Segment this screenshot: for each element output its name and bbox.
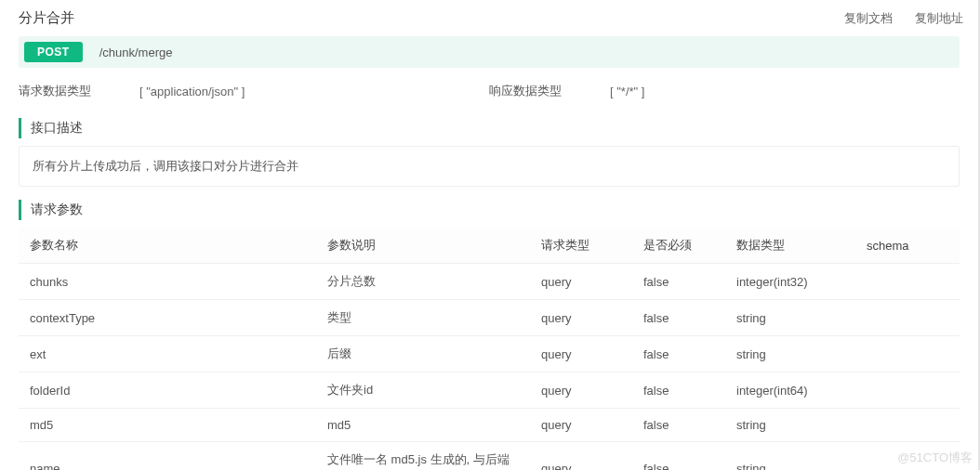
param-reqtype[interactable]: query xyxy=(530,300,632,336)
param-name: name xyxy=(19,442,316,471)
request-type-value: [ "application/json" ] xyxy=(139,85,245,98)
response-type-value: [ "*/*" ] xyxy=(610,85,644,98)
param-name: chunks xyxy=(19,264,316,300)
param-datatype: string xyxy=(725,300,855,336)
description-text: 所有分片上传成功后，调用该接口对分片进行合并 xyxy=(19,146,960,187)
page-title: 分片合并 xyxy=(19,9,74,27)
param-name: ext xyxy=(19,336,316,372)
param-name: contextType xyxy=(19,300,316,336)
param-required: false xyxy=(632,442,725,471)
method-row[interactable]: POST /chunk/merge xyxy=(19,36,960,68)
header: 分片合并 复制文档 复制地址 xyxy=(0,0,978,36)
response-type-label: 响应数据类型 xyxy=(489,83,610,99)
param-schema xyxy=(855,336,960,372)
param-required: false xyxy=(632,372,725,409)
param-schema xyxy=(855,409,960,442)
table-row: contextType类型queryfalsestring xyxy=(19,300,960,336)
col-header-name: 参数名称 xyxy=(19,228,316,264)
header-actions: 复制文档 复制地址 xyxy=(844,10,963,27)
params-table: 参数名称 参数说明 请求类型 是否必须 数据类型 schema chunks分片… xyxy=(19,228,960,470)
col-header-schema: schema xyxy=(855,228,960,264)
request-type-block: 请求数据类型 [ "application/json" ] xyxy=(19,83,489,99)
col-header-datatype: 数据类型 xyxy=(725,228,855,264)
param-datatype: integer(int32) xyxy=(725,264,855,300)
param-datatype: string xyxy=(725,442,855,471)
param-schema xyxy=(855,442,960,471)
table-row: name文件唯一名 md5.js 生成的, 与后端生成的一致queryfalse… xyxy=(19,442,960,471)
param-desc: md5 xyxy=(316,409,530,442)
param-name: folderId xyxy=(19,372,316,409)
params-section-title: 请求参数 xyxy=(19,200,960,220)
param-schema xyxy=(855,264,960,300)
table-row: folderId文件夹idqueryfalseinteger(int64) xyxy=(19,372,960,409)
param-datatype: string xyxy=(725,336,855,372)
http-method-badge: POST xyxy=(24,42,83,62)
param-required: false xyxy=(632,300,725,336)
param-datatype: string xyxy=(725,409,855,442)
table-row: md5md5queryfalsestring xyxy=(19,409,960,442)
response-type-block: 响应数据类型 [ "*/*" ] xyxy=(489,83,960,99)
param-name: md5 xyxy=(19,409,316,442)
param-reqtype[interactable]: query xyxy=(530,409,632,442)
param-desc: 文件夹id xyxy=(316,372,530,409)
col-header-reqtype: 请求类型 xyxy=(530,228,632,264)
content-types-row: 请求数据类型 [ "application/json" ] 响应数据类型 [ "… xyxy=(0,77,978,112)
param-required: false xyxy=(632,336,725,372)
param-datatype: integer(int64) xyxy=(725,372,855,409)
endpoint-path: /chunk/merge xyxy=(99,46,173,59)
copy-url-button[interactable]: 复制地址 xyxy=(915,10,963,27)
copy-doc-button[interactable]: 复制文档 xyxy=(844,10,893,27)
table-row: chunks分片总数queryfalseinteger(int32) xyxy=(19,264,960,300)
param-schema xyxy=(855,300,960,336)
param-desc: 类型 xyxy=(316,300,530,336)
param-desc: 后缀 xyxy=(316,336,530,372)
param-reqtype[interactable]: query xyxy=(530,442,632,471)
param-required: false xyxy=(632,409,725,442)
description-section-title: 接口描述 xyxy=(19,118,960,138)
request-type-label: 请求数据类型 xyxy=(19,83,139,99)
param-reqtype[interactable]: query xyxy=(530,336,632,372)
param-reqtype[interactable]: query xyxy=(530,264,632,300)
api-doc-page: 分片合并 复制文档 复制地址 POST /chunk/merge 请求数据类型 … xyxy=(0,0,980,470)
table-row: ext后缀queryfalsestring xyxy=(19,336,960,372)
params-header-row: 参数名称 参数说明 请求类型 是否必须 数据类型 schema xyxy=(19,228,960,264)
param-reqtype[interactable]: query xyxy=(530,372,632,409)
param-schema xyxy=(855,372,960,409)
col-header-desc: 参数说明 xyxy=(316,228,530,264)
param-desc: 分片总数 xyxy=(316,264,530,300)
col-header-required: 是否必须 xyxy=(632,228,725,264)
param-required: false xyxy=(632,264,725,300)
param-desc: 文件唯一名 md5.js 生成的, 与后端生成的一致 xyxy=(316,442,530,471)
